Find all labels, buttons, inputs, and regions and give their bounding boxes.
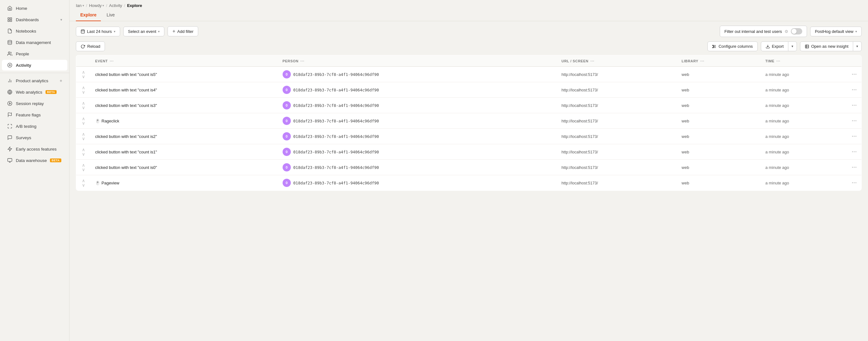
url-value[interactable]: http://localhost:5173/ [561, 104, 598, 108]
breadcrumb-activity[interactable]: Activity [109, 3, 122, 8]
person-cell: 0 018daf23-89b3-7cf8-a4f1-94064c96df90 [278, 67, 557, 82]
sidebar-item-notebooks[interactable]: Notebooks [2, 26, 67, 36]
add-filter-button[interactable]: + Add filter [167, 26, 198, 36]
person-id[interactable]: 018daf23-89b3-7cf8-a4f1-94064c96df90 [293, 134, 379, 139]
row-menu-cell: ··· [847, 160, 862, 175]
row-expand-toggle[interactable]: ∧∨ [81, 132, 86, 141]
event-cell: 🖱️Rageclick [91, 113, 278, 129]
sidebar-item-session-replay[interactable]: Session replay [2, 98, 67, 109]
row-menu-button[interactable]: ··· [852, 149, 857, 154]
row-expand-toggle[interactable]: ∧∨ [81, 70, 86, 79]
time-cell: a minute ago [761, 175, 847, 191]
sidebar-item-surveys[interactable]: Surveys [2, 132, 67, 143]
open-insight-dropdown-button[interactable]: ▾ [853, 42, 861, 51]
url-value[interactable]: http://localhost:5173/ [561, 119, 598, 123]
url-value[interactable]: http://localhost:5173/ [561, 181, 598, 186]
person-col-menu[interactable]: ··· [300, 59, 304, 63]
event-name[interactable]: clicked button with text "count is2" [95, 134, 157, 139]
row-expand-toggle[interactable]: ∧∨ [81, 178, 86, 187]
row-menu-button[interactable]: ··· [852, 165, 857, 170]
row-menu-button[interactable]: ··· [852, 72, 857, 77]
library-cell: web [677, 175, 761, 191]
sidebar-item-feature-flags[interactable]: Feature flags [2, 109, 67, 120]
row-menu-cell: ··· [847, 98, 862, 113]
view-select-button[interactable]: PostHog default view ▾ [810, 27, 862, 36]
event-name[interactable]: clicked button with text "count is1" [95, 150, 157, 154]
event-name[interactable]: clicked button with text "count is5" [95, 72, 157, 77]
url-col-menu[interactable]: ··· [590, 59, 595, 63]
sidebar-item-data-management[interactable]: Data management [2, 37, 67, 48]
time-cell: a minute ago [761, 144, 847, 160]
person-id[interactable]: 018daf23-89b3-7cf8-a4f1-94064c96df90 [293, 150, 379, 154]
col-expand [76, 55, 91, 67]
library-cell: web [677, 67, 761, 82]
library-value: web [682, 119, 689, 123]
plus-icon[interactable]: + [60, 78, 62, 83]
event-name[interactable]: 🖱️Pageview [95, 181, 119, 186]
person-cell: 0 018daf23-89b3-7cf8-a4f1-94064c96df90 [278, 113, 557, 129]
svg-point-29 [713, 46, 714, 47]
configure-columns-button[interactable]: Configure columns [707, 41, 757, 51]
open-insight-main-button[interactable]: Open as new insight [800, 42, 853, 51]
url-value[interactable]: http://localhost:5173/ [561, 165, 598, 170]
row-menu-cell: ··· [847, 175, 862, 191]
url-cell: http://localhost:5173/ [557, 98, 677, 113]
breadcrumb-ian[interactable]: Ian ▾ [76, 3, 84, 8]
svg-point-27 [712, 45, 713, 46]
library-col-menu[interactable]: ··· [700, 59, 704, 63]
event-name[interactable]: 🖱️Rageclick [95, 119, 119, 123]
reload-button[interactable]: Reload [76, 41, 105, 51]
internal-users-toggle[interactable] [791, 28, 802, 34]
person-id[interactable]: 018daf23-89b3-7cf8-a4f1-94064c96df90 [293, 119, 379, 123]
row-menu-button[interactable]: ··· [852, 87, 857, 92]
early-access-icon [7, 146, 13, 152]
tab-live[interactable]: Live [102, 10, 119, 21]
person-id[interactable]: 018daf23-89b3-7cf8-a4f1-94064c96df90 [293, 165, 379, 170]
row-expand-toggle[interactable]: ∧∨ [81, 116, 86, 125]
row-menu-button[interactable]: ··· [852, 134, 857, 139]
sidebar-item-data-warehouse[interactable]: Data warehouse BETA [2, 155, 67, 166]
time-filter-button[interactable]: Last 24 hours ▾ [76, 27, 120, 36]
row-menu-button[interactable]: ··· [852, 180, 857, 186]
person-id[interactable]: 018daf23-89b3-7cf8-a4f1-94064c96df90 [293, 72, 379, 77]
event-name[interactable]: clicked button with text "count is0" [95, 165, 157, 170]
col-event: EVENT ··· [91, 55, 278, 67]
event-col-menu[interactable]: ··· [110, 59, 114, 63]
row-expand-toggle[interactable]: ∧∨ [81, 147, 86, 156]
row-expand-toggle[interactable]: ∧∨ [81, 101, 86, 110]
url-value[interactable]: http://localhost:5173/ [561, 150, 598, 154]
sidebar-item-home[interactable]: Home [2, 3, 67, 13]
row-expand-toggle[interactable]: ∧∨ [81, 85, 86, 94]
avatar: 0 [283, 148, 291, 156]
event-name[interactable]: clicked button with text "count is4" [95, 88, 157, 92]
person-id[interactable]: 018daf23-89b3-7cf8-a4f1-94064c96df90 [293, 88, 379, 92]
url-value[interactable]: http://localhost:5173/ [561, 135, 598, 139]
row-menu-button[interactable]: ··· [852, 118, 857, 123]
event-name[interactable]: clicked button with text "count is3" [95, 103, 157, 108]
sidebar-item-product-analytics[interactable]: Product analytics + [2, 75, 67, 86]
sidebar-item-web-analytics[interactable]: Web analytics BETA [2, 87, 67, 97]
sidebar-item-ab-testing[interactable]: A/B testing [2, 121, 67, 132]
row-menu-button[interactable]: ··· [852, 103, 857, 108]
time-col-menu[interactable]: ··· [776, 59, 780, 63]
breadcrumb-howdy[interactable]: Howdy ▾ [89, 3, 104, 8]
table-row: ∧∨🖱️Pageview 0 018daf23-89b3-7cf8-a4f1-9… [76, 175, 862, 191]
sidebar-item-dashboards[interactable]: Dashboards ▾ [2, 14, 67, 25]
sidebar-item-early-access[interactable]: Early access features [2, 144, 67, 154]
export-dropdown-button[interactable]: ▾ [788, 42, 797, 51]
row-expand-toggle[interactable]: ∧∨ [81, 163, 86, 172]
url-value[interactable]: http://localhost:5173/ [561, 88, 598, 92]
sidebar-item-activity[interactable]: Activity [2, 60, 67, 70]
url-cell: http://localhost:5173/ [557, 82, 677, 98]
breadcrumb-sep-1: / [86, 3, 87, 8]
export-main-button[interactable]: Export [761, 42, 789, 51]
person-id[interactable]: 018daf23-89b3-7cf8-a4f1-94064c96df90 [293, 181, 379, 186]
person-cell: 0 018daf23-89b3-7cf8-a4f1-94064c96df90 [278, 129, 557, 144]
person-id[interactable]: 018daf23-89b3-7cf8-a4f1-94064c96df90 [293, 103, 379, 108]
event-select-button[interactable]: Select an event ▾ [123, 27, 165, 36]
url-value[interactable]: http://localhost:5173/ [561, 73, 598, 77]
sidebar-item-people[interactable]: People [2, 48, 67, 59]
filter-toolbar: Last 24 hours ▾ Select an event ▾ + Add … [69, 21, 868, 41]
tab-explore[interactable]: Explore [76, 10, 101, 21]
settings-icon[interactable]: ⚙ [784, 29, 788, 34]
